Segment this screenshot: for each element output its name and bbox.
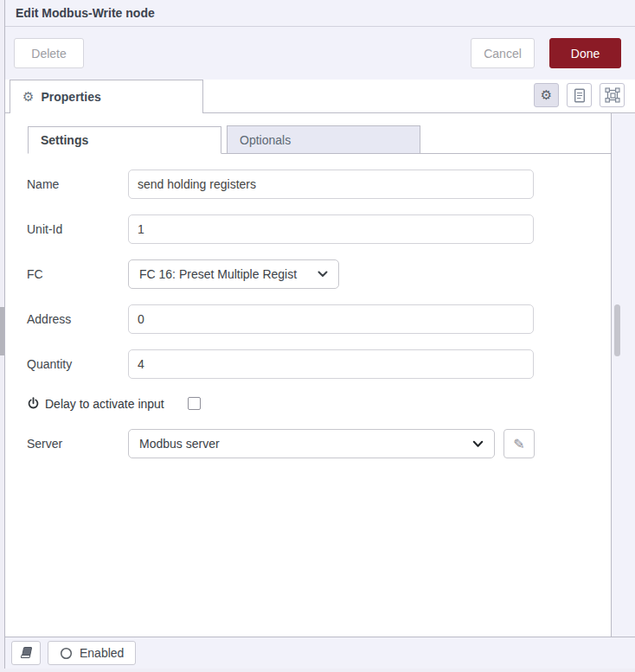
tab-settings[interactable]: Settings (28, 126, 221, 154)
edit-server-button[interactable]: ✎ (504, 429, 535, 458)
server-select-value: Modbus server (139, 437, 467, 451)
tray-tabbar: ⚙ Properties ⚙ (5, 80, 635, 113)
tab-properties[interactable]: ⚙ Properties (10, 80, 203, 113)
chevron-down-icon (318, 271, 328, 278)
form-row-name: Name (27, 170, 635, 199)
tab-optionals-label: Optionals (240, 133, 291, 147)
properties-tab-label: Properties (41, 90, 100, 104)
dialog-footer: Enabled (5, 637, 635, 669)
form-row-server: Server Modbus server ✎ (27, 429, 635, 458)
dialog-action-bar: Delete Cancel Done (5, 27, 635, 80)
form-row-delay: Delay to activate input (27, 394, 635, 413)
form-row-address: Address (27, 304, 635, 334)
form-scrollbar-thumb[interactable] (614, 304, 620, 356)
page-background: Edit Modbus-Write node Delete Cancel Don… (0, 0, 635, 672)
server-select[interactable]: Modbus server (128, 429, 495, 458)
address-input[interactable] (128, 304, 534, 334)
cancel-button[interactable]: Cancel (471, 38, 535, 68)
node-edit-form: Name Unit-Id FC FC 16: Preset Multiple R… (5, 154, 635, 458)
address-label: Address (27, 312, 128, 326)
chevron-down-icon (472, 440, 484, 448)
power-icon (27, 397, 40, 410)
tab-optionals[interactable]: Optionals (227, 125, 420, 153)
enabled-toggle-button[interactable]: Enabled (48, 641, 136, 665)
settings-tabbar: Settings Optionals (28, 125, 611, 154)
unit-id-input[interactable] (128, 214, 534, 244)
fc-select[interactable]: FC 16: Preset Multiple Regist (128, 259, 339, 289)
tab-settings-label: Settings (41, 133, 88, 147)
circle-icon (60, 647, 73, 660)
form-row-unit-id: Unit-Id (27, 214, 635, 244)
quantity-input[interactable] (128, 349, 534, 379)
form-row-quantity: Quantity (27, 349, 635, 379)
dialog-title: Edit Modbus-Write node (16, 6, 155, 20)
description-icon-button[interactable] (567, 83, 592, 107)
unit-id-label: Unit-Id (27, 222, 128, 236)
quantity-label: Quantity (27, 357, 128, 371)
delete-button[interactable]: Delete (14, 38, 84, 68)
server-label: Server (27, 437, 128, 451)
document-icon (574, 88, 586, 103)
dialog-header: Edit Modbus-Write node (5, 0, 635, 27)
fc-label: FC (27, 267, 128, 281)
gear-icon: ⚙ (541, 87, 552, 103)
form-scrollbar-track[interactable] (611, 113, 635, 637)
properties-icon-button[interactable]: ⚙ (534, 83, 559, 107)
name-label: Name (27, 177, 128, 191)
gear-icon: ⚙ (22, 89, 34, 105)
delay-label: Delay to activate input (45, 397, 164, 411)
gutter-border (611, 605, 612, 637)
tray-toolbar-buttons: ⚙ (526, 83, 625, 107)
book-icon (19, 646, 33, 660)
docs-button[interactable] (11, 641, 41, 665)
name-input[interactable] (128, 170, 534, 199)
pencil-icon: ✎ (513, 436, 524, 452)
delay-checkbox[interactable] (188, 397, 201, 410)
appearance-icon (605, 87, 620, 103)
edit-node-dialog: Edit Modbus-Write node Delete Cancel Don… (4, 0, 635, 669)
form-row-fc: FC FC 16: Preset Multiple Regist (27, 259, 635, 289)
enabled-label: Enabled (80, 646, 124, 660)
appearance-icon-button[interactable] (600, 83, 625, 107)
fc-select-value: FC 16: Preset Multiple Regist (139, 267, 312, 281)
dialog-body: Settings Optionals Name Unit-Id FC (5, 113, 635, 637)
done-button[interactable]: Done (549, 38, 621, 68)
